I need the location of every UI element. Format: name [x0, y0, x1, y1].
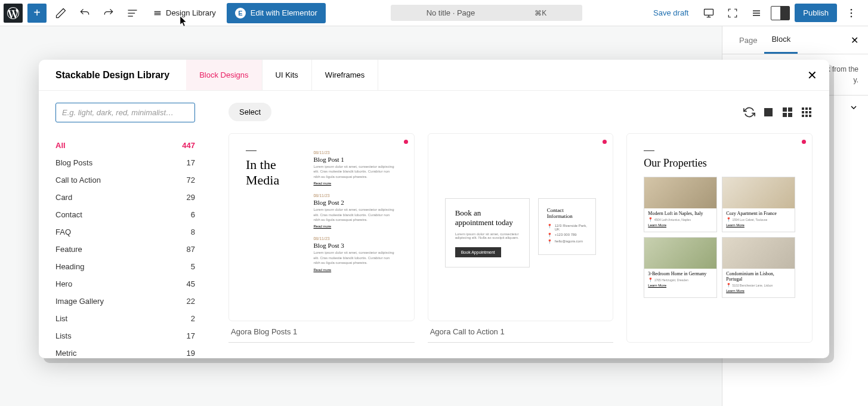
- redo-icon[interactable]: [99, 4, 118, 23]
- modal-content: Select: [212, 91, 829, 358]
- tab-block-designs[interactable]: Block Designs: [186, 60, 262, 90]
- page-title-box[interactable]: No title · Page ⌘K: [391, 5, 583, 21]
- svg-rect-17: [809, 115, 811, 117]
- svg-rect-6: [788, 107, 792, 112]
- modal-sidebar: All447Blog Posts17Call to Action72Card29…: [39, 91, 212, 358]
- svg-rect-8: [788, 113, 792, 117]
- small-grid-icon[interactable]: [801, 106, 813, 118]
- category-item[interactable]: Blog Posts17: [55, 154, 195, 171]
- category-item[interactable]: Contact6: [55, 206, 195, 223]
- category-item[interactable]: Metric19: [55, 345, 195, 358]
- refresh-icon[interactable]: [743, 106, 755, 118]
- undo-icon[interactable]: [75, 4, 94, 23]
- svg-rect-10: [805, 107, 808, 110]
- wordpress-logo[interactable]: [4, 4, 23, 23]
- category-item[interactable]: Heading5: [55, 258, 195, 275]
- sidebar-close-icon[interactable]: ✕: [851, 35, 858, 46]
- editor-toolbar: + Design Library E Edit with Elementor N…: [0, 0, 868, 26]
- svg-rect-0: [705, 9, 713, 15]
- tab-page[interactable]: Page: [732, 27, 764, 53]
- design-item-blog-posts[interactable]: In the Media 08/11/23Blog Post 1Lorem ip…: [228, 133, 415, 343]
- publish-button[interactable]: Publish: [795, 4, 837, 22]
- design-item-properties[interactable]: Our Properties Modern Loft in Naples, It…: [626, 133, 813, 343]
- list-view-icon[interactable]: [123, 4, 142, 23]
- premium-badge-icon: [404, 140, 408, 144]
- modal-close-icon[interactable]: ✕: [795, 60, 829, 90]
- search-input[interactable]: [55, 103, 195, 122]
- sidebar-toggle[interactable]: [771, 6, 790, 20]
- premium-badge-icon: [802, 140, 806, 144]
- tab-block[interactable]: Block: [764, 26, 798, 54]
- tab-ui-kits[interactable]: UI Kits: [262, 60, 312, 90]
- premium-badge-icon: [603, 140, 607, 144]
- category-item[interactable]: Lists17: [55, 327, 195, 345]
- design-library-modal: Stackable Design Library Block Designs U…: [39, 60, 829, 358]
- large-grid-icon[interactable]: [762, 106, 774, 118]
- medium-grid-icon[interactable]: [781, 106, 793, 118]
- svg-rect-16: [805, 115, 808, 117]
- category-item[interactable]: Hero45: [55, 275, 195, 293]
- save-draft-button[interactable]: Save draft: [647, 5, 694, 21]
- category-item[interactable]: Feature87: [55, 241, 195, 258]
- svg-point-2: [851, 12, 852, 14]
- category-item[interactable]: Card29: [55, 189, 195, 206]
- tab-wireframes[interactable]: Wireframes: [312, 60, 378, 90]
- category-item[interactable]: FAQ8: [55, 223, 195, 241]
- add-block-button[interactable]: +: [27, 4, 47, 23]
- svg-rect-5: [783, 107, 787, 112]
- category-item[interactable]: Call to Action72: [55, 171, 195, 189]
- modal-title: Stackable Design Library: [39, 60, 186, 90]
- svg-point-1: [851, 8, 852, 10]
- more-options-icon[interactable]: [842, 4, 861, 23]
- edit-icon[interactable]: [51, 4, 70, 23]
- fullscreen-icon[interactable]: [723, 4, 742, 23]
- category-item[interactable]: Image Gallery22: [55, 293, 195, 310]
- svg-rect-9: [802, 107, 804, 110]
- category-item[interactable]: List2: [55, 310, 195, 327]
- svg-rect-14: [809, 111, 811, 113]
- elementor-button[interactable]: E Edit with Elementor: [227, 3, 326, 23]
- design-item-cta[interactable]: Book an appointment today Lorem ipsum do…: [428, 133, 614, 343]
- svg-rect-15: [802, 115, 804, 117]
- category-list: All447Blog Posts17Call to Action72Card29…: [55, 137, 195, 358]
- svg-rect-12: [802, 111, 804, 113]
- svg-rect-11: [809, 107, 811, 110]
- category-item[interactable]: All447: [55, 137, 195, 154]
- desktop-view-icon[interactable]: [699, 4, 718, 23]
- elementor-icon: E: [235, 8, 246, 19]
- svg-rect-4: [764, 108, 773, 116]
- svg-rect-13: [805, 111, 808, 113]
- design-library-button[interactable]: Design Library: [147, 5, 222, 21]
- svg-rect-7: [783, 113, 787, 117]
- select-button[interactable]: Select: [228, 103, 271, 121]
- page-title-area: No title · Page ⌘K: [330, 5, 642, 21]
- svg-point-3: [851, 16, 852, 17]
- stackable-icon[interactable]: [747, 4, 766, 23]
